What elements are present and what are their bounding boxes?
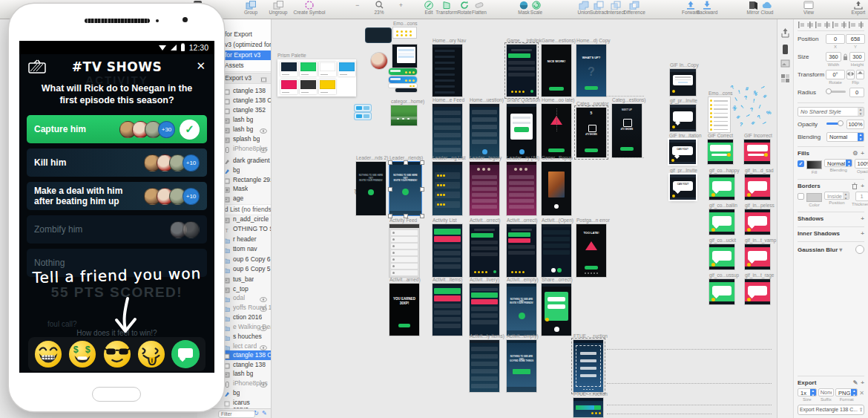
device-icon[interactable]	[780, 44, 790, 55]
artboard-emptyBtn[interactable]: NOTHING TO SEE ARE YET!GO FIND SOME THIN…	[507, 340, 536, 392]
add-border-button[interactable]: +	[861, 183, 864, 189]
canvas[interactable]: Emo...consPrism Palettecategor...home)↻H…	[271, 19, 777, 418]
artboard-gifDarkBubble[interactable]: CAN YOU?	[670, 174, 696, 200]
artboard-label[interactable]: gif_pr...Invite	[670, 98, 697, 103]
artboard-navDark[interactable]	[433, 45, 462, 97]
artboard-activity2[interactable]	[470, 284, 499, 336]
artboard-magenta[interactable]	[470, 162, 499, 215]
gear-icon[interactable]: ⚙	[852, 150, 858, 157]
artboard-label[interactable]: Gener...Popup	[542, 155, 573, 160]
artboard-emptyDot[interactable]: NOTHING TO SEE ARE YET!INVITE YOUR FRIEN…	[507, 284, 536, 336]
toolbar-symbol-button[interactable]: Create Symbol	[286, 1, 333, 18]
border-position-dropdown[interactable]: Inside▲▼	[824, 192, 849, 200]
toolbar-flatten-button[interactable]: Flatten	[456, 1, 503, 18]
artboard-label[interactable]: Activity List	[433, 218, 457, 223]
artboard-gifRed[interactable]	[745, 209, 770, 235]
toolbar-backward-button[interactable]: Backward	[683, 1, 731, 18]
opacity-slider[interactable]	[826, 123, 843, 125]
artboard-questionRed[interactable]	[507, 224, 536, 277]
selection-handle[interactable]	[420, 160, 424, 165]
export-button[interactable]: Export Rectangle 138 C... ⇪	[798, 405, 864, 415]
shared-style-dropdown[interactable]: No Shared Style▲▼	[798, 107, 864, 117]
chevron-down-icon[interactable]: ▾	[839, 246, 842, 253]
flip-horizontal-button[interactable]	[846, 70, 855, 79]
toolbar-cloud-button[interactable]: Cloud	[743, 1, 791, 18]
artboard-palette[interactable]	[277, 59, 356, 97]
artboard-label[interactable]: Game...estions)	[542, 38, 576, 43]
artboard-gifGreenCard[interactable]	[708, 140, 733, 164]
artboard-question[interactable]	[470, 224, 499, 277]
artboard-bag5[interactable]: 5#TV SHOWS	[576, 108, 606, 157]
artboard-label[interactable]: FTUE -...ruction	[573, 333, 608, 339]
artboard-label[interactable]: Home...oo late)	[542, 97, 574, 102]
artboard-label[interactable]: gif_in...t_vamp	[745, 238, 776, 243]
artboard-photo[interactable]	[391, 105, 417, 125]
selection-handle[interactable]	[420, 187, 424, 192]
artboard-emojiList[interactable]	[708, 97, 730, 132]
artboard-gifRed[interactable]	[745, 174, 770, 200]
artboard-label[interactable]: Home...e Feed	[433, 97, 464, 102]
artboard-shareGreen[interactable]	[542, 284, 571, 336]
align-right-icon[interactable]	[815, 22, 821, 28]
selection-handle[interactable]	[404, 160, 408, 165]
artboard-label[interactable]: Emo...cons	[708, 91, 733, 96]
artboard-nothingDark[interactable]: NOTHING TO SEE HERE YET!INVITE YOUR FRIE…	[356, 162, 386, 215]
artboard-gifGreen[interactable]	[709, 244, 734, 270]
height-input[interactable]: 300	[849, 52, 865, 62]
export-suffix-input[interactable]	[818, 388, 834, 396]
edit-icon[interactable]: ✎	[262, 410, 267, 417]
artboard-label[interactable]: GIF Inv...itation	[669, 133, 702, 138]
artboard-ftux[interactable]	[573, 340, 603, 392]
artboard-label[interactable]: Share...orrect)	[542, 277, 573, 282]
position-y-input[interactable]: 658	[846, 34, 865, 44]
artboard-gifDarkBubble[interactable]	[670, 105, 696, 131]
artboard-label[interactable]: Home...d) Copy	[576, 38, 611, 43]
artboard-label[interactable]: Activit...ly items)	[470, 333, 504, 339]
artboard-miniPopup[interactable]	[392, 45, 417, 68]
artboard-label[interactable]: Activit...orrect)	[470, 218, 501, 223]
artboard-label[interactable]: Emo...cons	[393, 21, 418, 26]
zoom-out-icon[interactable]: −	[355, 1, 359, 9]
blending-dropdown[interactable]: Normal▲▼	[826, 132, 864, 142]
export-format-dropdown[interactable]: PNG▲▼	[835, 388, 858, 396]
artboard-shareDark[interactable]	[507, 104, 536, 158]
toolbar-export-button[interactable]: Export	[835, 1, 868, 18]
remove-export-icon[interactable]: ✕	[859, 388, 864, 396]
position-x-input[interactable]: 0	[826, 34, 845, 44]
align-top-icon[interactable]	[832, 22, 838, 28]
artboard-label[interactable]: Categ...estions)	[612, 97, 646, 102]
artboard-photoPopup[interactable]	[542, 162, 571, 215]
artboard-chipBlue[interactable]	[355, 113, 371, 120]
width-input[interactable]: 360	[826, 52, 841, 62]
artboard-activity[interactable]	[433, 284, 462, 336]
artboard-label[interactable]: Prism Palette	[277, 53, 306, 58]
artboard-ftux2[interactable]	[573, 398, 603, 417]
artboard-gifGreen[interactable]	[709, 209, 734, 235]
add-shadow-button[interactable]: +	[861, 215, 864, 222]
trash-icon[interactable]	[852, 183, 858, 189]
artboard-label[interactable]: Activity Feed	[389, 218, 417, 223]
artboard-label[interactable]: Postga...n error	[576, 218, 610, 223]
radius-input[interactable]: 0	[849, 88, 864, 97]
image-icon[interactable]	[780, 59, 790, 68]
artboard-label[interactable]: Game..._infolink	[507, 38, 542, 43]
toolbar-difference-button[interactable]: Difference	[611, 1, 658, 18]
artboard-label[interactable]: Share Question	[507, 97, 540, 102]
share-icon[interactable]	[780, 27, 790, 39]
artboard-label[interactable]: gif_co...happy	[709, 168, 739, 173]
artboard-emojiGrid[interactable]	[393, 27, 416, 38]
artboard-gifDarkBubble[interactable]: CAN YOU?	[669, 140, 696, 164]
pencil-icon[interactable]: ✎	[853, 379, 858, 386]
artboard-label[interactable]: gif_in...d_sad	[745, 168, 774, 173]
artboard-label[interactable]: gif_co...ussup	[709, 272, 739, 278]
artboard-label[interactable]: GIF Correct	[708, 133, 733, 138]
distribute-v-icon[interactable]	[858, 22, 864, 28]
artboard-label[interactable]: Activit...items)	[433, 277, 462, 282]
artboard-label[interactable]: FTUE -...ruction	[573, 391, 608, 396]
lock-icon[interactable]	[843, 53, 848, 61]
selection-handle[interactable]	[420, 214, 424, 218]
artboard-xp[interactable]: YOU EARNED 30XP!	[389, 284, 419, 336]
align-center-icon[interactable]	[806, 22, 812, 28]
artboard-label[interactable]: Activit...orrect)	[507, 218, 538, 223]
artboard-label[interactable]: Activit...(Open)	[542, 218, 573, 223]
